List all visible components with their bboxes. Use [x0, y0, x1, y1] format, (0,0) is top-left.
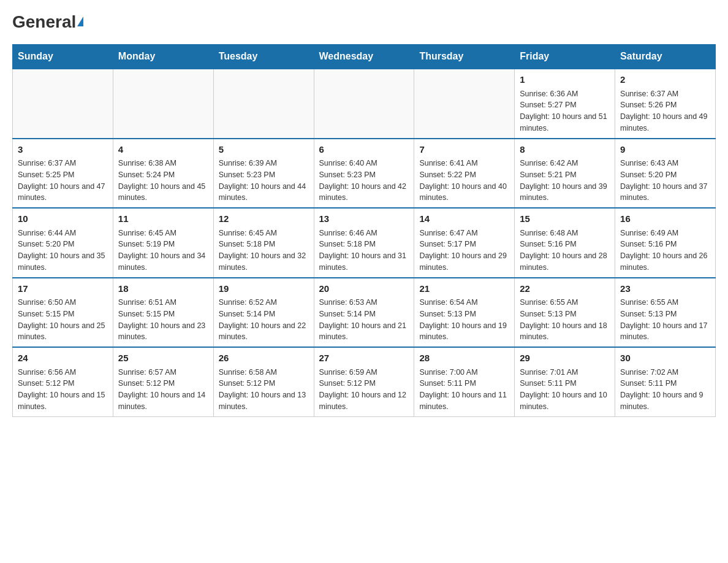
day-header-friday: Friday — [515, 45, 615, 69]
day-info-line: Sunrise: 6:55 AM — [620, 297, 710, 308]
day-info-line: Sunrise: 6:49 AM — [620, 228, 710, 239]
calendar-cell: 29Sunrise: 7:01 AMSunset: 5:11 PMDayligh… — [515, 347, 615, 416]
calendar-cell: 30Sunrise: 7:02 AMSunset: 5:11 PMDayligh… — [615, 347, 716, 416]
day-number: 4 — [118, 143, 208, 157]
day-info-line: Sunset: 5:23 PM — [219, 169, 309, 181]
day-number: 2 — [620, 73, 710, 87]
calendar-cell — [414, 69, 515, 139]
day-header-wednesday: Wednesday — [314, 45, 414, 69]
day-header-monday: Monday — [113, 45, 213, 69]
calendar-cell — [13, 69, 113, 139]
day-info-line: Daylight: 10 hours and 13 minutes. — [219, 389, 309, 413]
day-number: 17 — [18, 282, 108, 296]
day-info-line: Sunrise: 6:59 AM — [319, 367, 409, 378]
day-number: 26 — [219, 351, 309, 366]
day-info-line: Daylight: 10 hours and 47 minutes. — [18, 181, 108, 204]
day-info-line: Daylight: 10 hours and 51 minutes. — [520, 111, 610, 134]
calendar-week-row: 1Sunrise: 6:36 AMSunset: 5:27 PMDaylight… — [13, 69, 716, 139]
calendar-cell: 19Sunrise: 6:52 AMSunset: 5:14 PMDayligh… — [213, 278, 314, 348]
calendar-table: SundayMondayTuesdayWednesdayThursdayFrid… — [12, 44, 716, 417]
day-info-line: Daylight: 10 hours and 44 minutes. — [219, 181, 309, 204]
calendar-cell: 8Sunrise: 6:42 AMSunset: 5:21 PMDaylight… — [515, 139, 615, 209]
day-info-line: Daylight: 10 hours and 28 minutes. — [520, 250, 610, 274]
day-info-line: Sunset: 5:16 PM — [620, 239, 710, 250]
day-info-line: Daylight: 10 hours and 15 minutes. — [18, 389, 108, 413]
day-info-line: Sunset: 5:22 PM — [419, 169, 509, 181]
day-info-line: Daylight: 10 hours and 39 minutes. — [520, 181, 610, 204]
day-number: 19 — [219, 282, 309, 296]
day-info-line: Sunset: 5:12 PM — [319, 378, 409, 389]
day-number: 15 — [520, 212, 610, 226]
day-info-line: Daylight: 10 hours and 18 minutes. — [520, 320, 610, 343]
calendar-cell: 22Sunrise: 6:55 AMSunset: 5:13 PMDayligh… — [515, 278, 615, 348]
day-info-line: Daylight: 10 hours and 34 minutes. — [118, 250, 208, 274]
day-info-line: Daylight: 10 hours and 23 minutes. — [118, 320, 208, 343]
day-info-line: Sunset: 5:12 PM — [118, 378, 208, 389]
day-info-line: Sunset: 5:18 PM — [219, 239, 309, 250]
day-info-line: Sunrise: 6:44 AM — [18, 228, 108, 239]
day-info-line: Sunset: 5:15 PM — [18, 308, 108, 320]
day-number: 18 — [118, 282, 208, 296]
day-info-line: Daylight: 10 hours and 49 minutes. — [620, 111, 710, 134]
calendar-cell: 4Sunrise: 6:38 AMSunset: 5:24 PMDaylight… — [113, 139, 213, 209]
day-info-line: Sunrise: 6:42 AM — [520, 158, 610, 169]
calendar-cell: 25Sunrise: 6:57 AMSunset: 5:12 PMDayligh… — [113, 347, 213, 416]
day-number: 1 — [520, 73, 610, 87]
calendar-cell: 9Sunrise: 6:43 AMSunset: 5:20 PMDaylight… — [615, 139, 716, 209]
day-info-line: Sunrise: 6:58 AM — [219, 367, 309, 378]
calendar-cell: 15Sunrise: 6:48 AMSunset: 5:16 PMDayligh… — [515, 208, 615, 278]
calendar-cell: 10Sunrise: 6:44 AMSunset: 5:20 PMDayligh… — [13, 208, 113, 278]
day-header-saturday: Saturday — [615, 45, 716, 69]
day-info-line: Sunset: 5:26 PM — [620, 99, 710, 111]
day-info-line: Sunset: 5:12 PM — [18, 378, 108, 389]
calendar-cell: 24Sunrise: 6:56 AMSunset: 5:12 PMDayligh… — [13, 347, 113, 416]
day-info-line: Sunrise: 7:01 AM — [520, 367, 610, 378]
day-header-thursday: Thursday — [414, 45, 515, 69]
day-info-line: Daylight: 10 hours and 25 minutes. — [18, 320, 108, 343]
day-info-line: Sunset: 5:12 PM — [219, 378, 309, 389]
day-number: 6 — [319, 143, 409, 157]
page-header: General — [12, 12, 716, 32]
day-info-line: Daylight: 10 hours and 11 minutes. — [419, 389, 509, 413]
day-info-line: Daylight: 10 hours and 21 minutes. — [319, 320, 409, 343]
day-info-line: Sunrise: 6:48 AM — [520, 228, 610, 239]
day-number: 8 — [520, 143, 610, 157]
day-info-line: Sunrise: 6:38 AM — [118, 158, 208, 169]
calendar-cell: 5Sunrise: 6:39 AMSunset: 5:23 PMDaylight… — [213, 139, 314, 209]
day-info-line: Sunset: 5:11 PM — [620, 378, 710, 389]
day-info-line: Daylight: 10 hours and 9 minutes. — [620, 389, 710, 413]
calendar-week-row: 3Sunrise: 6:37 AMSunset: 5:25 PMDaylight… — [13, 139, 716, 209]
day-info-line: Sunrise: 6:41 AM — [419, 158, 509, 169]
day-info-line: Sunset: 5:17 PM — [419, 239, 509, 250]
day-info-line: Sunrise: 6:36 AM — [520, 88, 610, 100]
day-info-line: Sunrise: 6:52 AM — [219, 297, 309, 308]
day-info-line: Sunset: 5:23 PM — [319, 169, 409, 181]
day-info-line: Sunrise: 6:43 AM — [620, 158, 710, 169]
day-info-line: Sunrise: 6:37 AM — [18, 158, 108, 169]
calendar-cell: 7Sunrise: 6:41 AMSunset: 5:22 PMDaylight… — [414, 139, 515, 209]
day-number: 16 — [620, 212, 710, 226]
calendar-cell: 28Sunrise: 7:00 AMSunset: 5:11 PMDayligh… — [414, 347, 515, 416]
day-info-line: Sunset: 5:20 PM — [18, 239, 108, 250]
day-info-line: Daylight: 10 hours and 35 minutes. — [18, 250, 108, 274]
day-info-line: Sunset: 5:24 PM — [118, 169, 208, 181]
calendar-week-row: 10Sunrise: 6:44 AMSunset: 5:20 PMDayligh… — [13, 208, 716, 278]
calendar-cell — [113, 69, 213, 139]
calendar-cell: 11Sunrise: 6:45 AMSunset: 5:19 PMDayligh… — [113, 208, 213, 278]
day-number: 3 — [18, 143, 108, 157]
day-info-line: Daylight: 10 hours and 40 minutes. — [419, 181, 509, 204]
logo-triangle-icon — [77, 17, 83, 26]
day-number: 12 — [219, 212, 309, 226]
day-info-line: Sunrise: 6:53 AM — [319, 297, 409, 308]
day-number: 23 — [620, 282, 710, 296]
day-number: 22 — [520, 282, 610, 296]
day-info-line: Sunrise: 6:56 AM — [18, 367, 108, 378]
day-info-line: Daylight: 10 hours and 22 minutes. — [219, 320, 309, 343]
day-info-line: Daylight: 10 hours and 45 minutes. — [118, 181, 208, 204]
day-info-line: Sunrise: 6:45 AM — [118, 228, 208, 239]
day-info-line: Sunrise: 7:02 AM — [620, 367, 710, 378]
day-info-line: Sunrise: 6:40 AM — [319, 158, 409, 169]
day-info-line: Daylight: 10 hours and 19 minutes. — [419, 320, 509, 343]
day-number: 29 — [520, 351, 610, 366]
day-info-line: Sunset: 5:25 PM — [18, 169, 108, 181]
